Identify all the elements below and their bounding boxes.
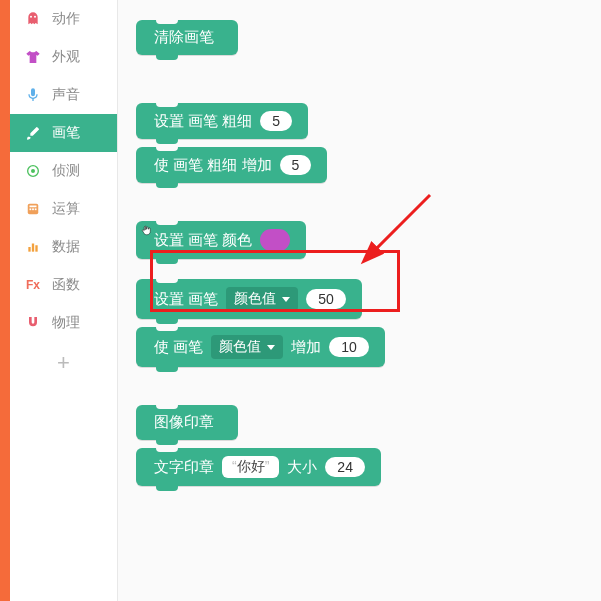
param-change-input[interactable]: 10 — [329, 337, 369, 357]
sidebar-item-functions[interactable]: Fx 函数 — [10, 266, 117, 304]
svg-rect-6 — [35, 208, 37, 210]
blocks-canvas[interactable]: 清除画笔 设置 画笔 粗细 5 使 画笔 粗细 增加 5 — [118, 0, 601, 601]
hand-cursor-icon — [140, 224, 156, 240]
param-value-input[interactable]: 50 — [306, 289, 346, 309]
sidebar-item-sensing[interactable]: 侦测 — [10, 152, 117, 190]
block-label: 设置 画笔 粗细 — [154, 112, 252, 131]
ghost-icon — [24, 10, 42, 28]
sidebar-item-label: 动作 — [52, 10, 103, 28]
brush-icon — [24, 124, 42, 142]
text-size-input[interactable]: 24 — [325, 457, 365, 477]
chevron-down-icon — [267, 345, 275, 350]
bars-icon — [24, 238, 42, 256]
sidebar-item-operators[interactable]: 运算 — [10, 190, 117, 228]
param-dropdown[interactable]: 颜色值 — [226, 287, 298, 311]
sidebar-item-data[interactable]: 数据 — [10, 228, 117, 266]
block-label: 设置 画笔 颜色 — [154, 231, 252, 250]
sidebar-item-sound[interactable]: 声音 — [10, 76, 117, 114]
sidebar-item-label: 画笔 — [52, 124, 103, 142]
block-label-size: 大小 — [287, 458, 317, 477]
block-label: 清除画笔 — [154, 28, 214, 47]
block-set-pen-color[interactable]: 设置 画笔 颜色 — [136, 221, 306, 259]
block-label: 使 画笔 粗细 增加 — [154, 156, 272, 175]
svg-rect-9 — [35, 245, 37, 251]
sidebar-item-label: 物理 — [52, 314, 103, 332]
fx-icon: Fx — [24, 276, 42, 294]
sidebar-item-label: 外观 — [52, 48, 103, 66]
block-stamp-image[interactable]: 图像印章 — [136, 405, 238, 440]
svg-rect-4 — [30, 208, 32, 210]
plus-icon: + — [57, 350, 70, 375]
color-swatch[interactable] — [260, 229, 290, 251]
sidebar-item-label: 数据 — [52, 238, 103, 256]
block-change-pen-param[interactable]: 使 画笔 颜色值 增加 10 — [136, 327, 385, 367]
block-stamp-text[interactable]: 文字印章 你好 大小 24 — [136, 448, 381, 486]
chevron-down-icon — [282, 297, 290, 302]
block-clear-pen[interactable]: 清除画笔 — [136, 20, 238, 55]
sidebar-item-label: 函数 — [52, 276, 103, 294]
app-root: 动作 外观 声音 画笔 侦测 — [0, 0, 601, 601]
sidebar-item-motion[interactable]: 动作 — [10, 0, 117, 38]
sidebar-item-pen[interactable]: 画笔 — [10, 114, 117, 152]
sidebar-item-label: 运算 — [52, 200, 103, 218]
magnet-icon — [24, 314, 42, 332]
block-label-suffix: 增加 — [291, 338, 321, 357]
svg-rect-8 — [32, 244, 34, 252]
block-set-pen-param[interactable]: 设置 画笔 颜色值 50 — [136, 279, 362, 319]
sidebar-item-label: 声音 — [52, 86, 103, 104]
calc-icon — [24, 200, 42, 218]
window-accent-strip — [0, 0, 10, 601]
sidebar-item-looks[interactable]: 外观 — [10, 38, 117, 76]
text-input[interactable]: 你好 — [222, 456, 279, 478]
target-icon — [24, 162, 42, 180]
block-label: 文字印章 — [154, 458, 214, 477]
block-set-pen-thickness[interactable]: 设置 画笔 粗细 5 — [136, 103, 308, 139]
sidebar-add-button[interactable]: + — [10, 342, 117, 384]
param-dropdown[interactable]: 颜色值 — [211, 335, 283, 359]
svg-rect-7 — [28, 247, 30, 252]
category-sidebar: 动作 外观 声音 画笔 侦测 — [10, 0, 118, 601]
block-label: 使 画笔 — [154, 338, 203, 357]
sidebar-item-label: 侦测 — [52, 162, 103, 180]
svg-point-1 — [31, 169, 35, 173]
dropdown-label: 颜色值 — [219, 338, 261, 356]
thickness-change-input[interactable]: 5 — [280, 155, 312, 175]
thickness-input[interactable]: 5 — [260, 111, 292, 131]
block-change-pen-thickness[interactable]: 使 画笔 粗细 增加 5 — [136, 147, 327, 183]
block-label: 图像印章 — [154, 413, 214, 432]
dropdown-label: 颜色值 — [234, 290, 276, 308]
svg-rect-3 — [30, 206, 37, 208]
svg-rect-5 — [32, 208, 34, 210]
block-label: 设置 画笔 — [154, 290, 218, 309]
sidebar-item-physics[interactable]: 物理 — [10, 304, 117, 342]
shirt-icon — [24, 48, 42, 66]
mic-icon — [24, 86, 42, 104]
